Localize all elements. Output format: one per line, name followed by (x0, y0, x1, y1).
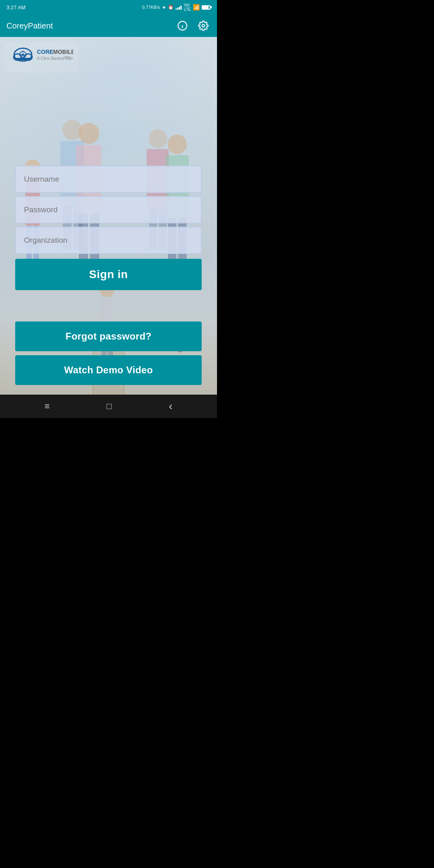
svg-text:INC: INC (64, 55, 71, 59)
svg-rect-13 (14, 58, 31, 60)
network-speed: 0.77KB/s (142, 5, 160, 10)
home-icon: □ (106, 401, 112, 411)
bottom-action-buttons: Forgot password? Watch Demo Video (15, 321, 202, 385)
organization-input[interactable] (15, 227, 202, 254)
wifi-icon: 📶 (193, 4, 200, 10)
alarm-icon: ⏰ (168, 5, 174, 10)
username-input[interactable] (15, 166, 202, 193)
app-bar: CoreyPatient (0, 14, 217, 37)
app-bar-icons (175, 18, 211, 33)
logo-container: CORE A Citrix Backed Company MOBILE INC (4, 43, 78, 73)
time-display: 3:27 AM (6, 4, 26, 10)
bluetooth-icon: ★ (162, 5, 166, 10)
app-title: CoreyPatient (6, 21, 53, 31)
gear-icon (198, 20, 209, 31)
back-icon: ‹ (169, 400, 172, 413)
navigation-bar: ≡ □ ‹ (0, 395, 217, 418)
svg-point-3 (202, 25, 205, 27)
login-form: Sign in (15, 166, 202, 290)
status-right-icons: 0.77KB/s ★ ⏰ VolLTE 📶 (142, 3, 211, 12)
info-button[interactable] (175, 18, 190, 33)
home-nav-button[interactable]: □ (106, 401, 112, 411)
svg-point-8 (22, 53, 24, 56)
back-nav-button[interactable]: ‹ (169, 400, 172, 413)
menu-nav-button[interactable]: ≡ (45, 401, 50, 411)
coremobile-logo: CORE A Citrix Backed Company MOBILE INC (9, 46, 73, 68)
battery-icon (202, 5, 211, 10)
info-icon (177, 20, 188, 31)
forgot-password-button[interactable]: Forgot password? (15, 321, 202, 351)
hero-area: CORE A Citrix Backed Company MOBILE INC … (0, 37, 217, 395)
status-time: 3:27 AM (6, 4, 26, 10)
svg-text:CORE: CORE (37, 49, 53, 55)
watch-demo-button[interactable]: Watch Demo Video (15, 355, 202, 385)
settings-button[interactable] (196, 18, 211, 33)
hamburger-icon: ≡ (45, 401, 50, 411)
signal-icon (176, 5, 182, 10)
sign-in-button[interactable]: Sign in (15, 259, 202, 290)
svg-text:MOBILE: MOBILE (53, 49, 73, 55)
lte-icon: VolLTE (184, 3, 191, 12)
password-input[interactable] (15, 196, 202, 223)
status-bar: 3:27 AM 0.77KB/s ★ ⏰ VolLTE 📶 (0, 0, 217, 14)
